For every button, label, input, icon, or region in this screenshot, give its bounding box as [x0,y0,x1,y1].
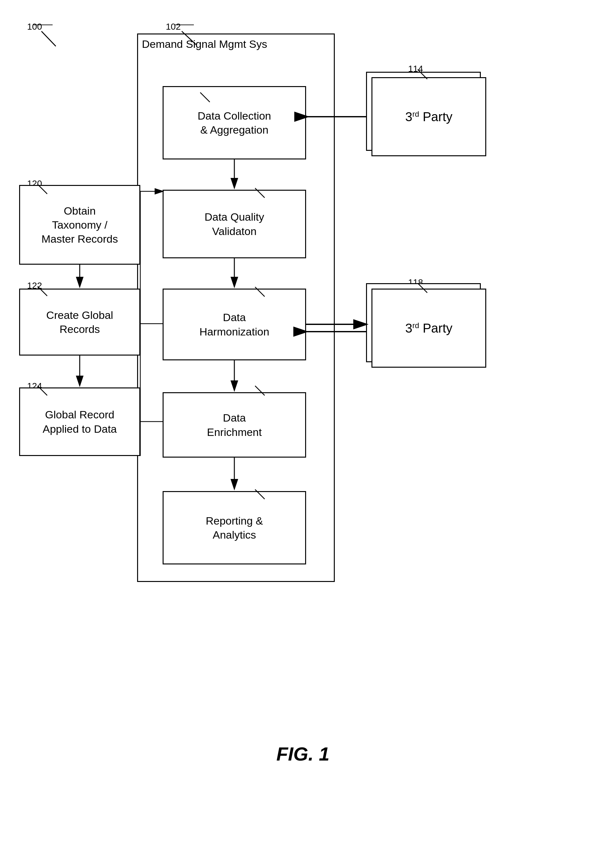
box-dqv-label: Data QualityValidaton [204,210,264,238]
box-grad-label: Global RecordApplied to Data [43,408,117,436]
box-otmr-label: ObtainTaxonomy /Master Records [41,204,118,246]
ref-100: 100 [27,22,42,32]
ref-102: 102 [166,22,181,32]
svg-line-3 [41,31,56,46]
box-3p2-label: 3rd Party [405,320,452,336]
box-reporting: Reporting &Analytics [163,491,306,564]
box-dca-label: Data Collection& Aggregation [198,109,271,137]
box-global-applied: Global RecordApplied to Data [19,388,140,456]
diagram-container: 100 102 104 106 108 110 112 114 118 120 … [0,0,616,846]
box-de-label: DataEnrichment [207,411,262,439]
box-data-enrichment: DataEnrichment [163,392,306,458]
box-3p1-label: 3rd Party [405,109,452,125]
box-3rdparty2: 3rd Party [371,289,486,368]
fig-label: FIG. 1 [223,743,383,765]
dsms-label: Demand Signal Mgmt Sys [142,37,267,51]
box-create-global: Create GlobalRecords [19,289,140,355]
box-cgr-label: Create GlobalRecords [46,308,113,336]
box-ra-label: Reporting &Analytics [206,514,263,542]
box-data-collection: Data Collection& Aggregation [163,86,306,159]
box-data-quality: Data QualityValidaton [163,190,306,258]
box-obtain-taxonomy: ObtainTaxonomy /Master Records [19,185,140,265]
box-3rdparty1: 3rd Party [371,77,486,156]
box-dh-label: DataHarmonization [199,310,269,338]
box-data-harmonization: DataHarmonization [163,289,306,360]
